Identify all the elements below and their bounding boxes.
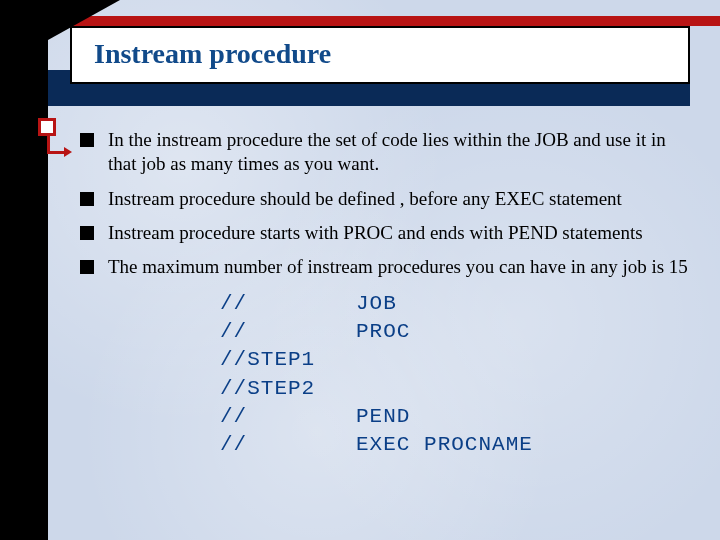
bullet-text: Instream procedure should be defined , b…	[108, 187, 622, 211]
top-red-bar	[0, 16, 720, 26]
square-bullet-icon	[80, 226, 94, 240]
square-bullet-icon	[80, 133, 94, 147]
bullet-item: In the instream procedure the set of cod…	[80, 128, 696, 177]
bullet-item: Instream procedure starts with PROC and …	[80, 221, 696, 245]
bullet-text: In the instream procedure the set of cod…	[108, 128, 696, 177]
square-bullet-icon	[80, 260, 94, 274]
bullet-item: The maximum number of instream procedure…	[80, 255, 696, 279]
left-black-band	[0, 0, 48, 540]
title-block: Instream procedure	[70, 26, 690, 84]
bullet-item: Instream procedure should be defined , b…	[80, 187, 696, 211]
slide-title: Instream procedure	[94, 38, 666, 70]
bullet-text: The maximum number of instream procedure…	[108, 255, 688, 279]
square-bullet-icon	[80, 192, 94, 206]
title-box: Instream procedure	[70, 26, 690, 84]
code-block: // JOB // PROC //STEP1 //STEP2 // PEND /…	[220, 290, 696, 460]
slide-content: In the instream procedure the set of cod…	[80, 128, 696, 460]
bullet-text: Instream procedure starts with PROC and …	[108, 221, 643, 245]
